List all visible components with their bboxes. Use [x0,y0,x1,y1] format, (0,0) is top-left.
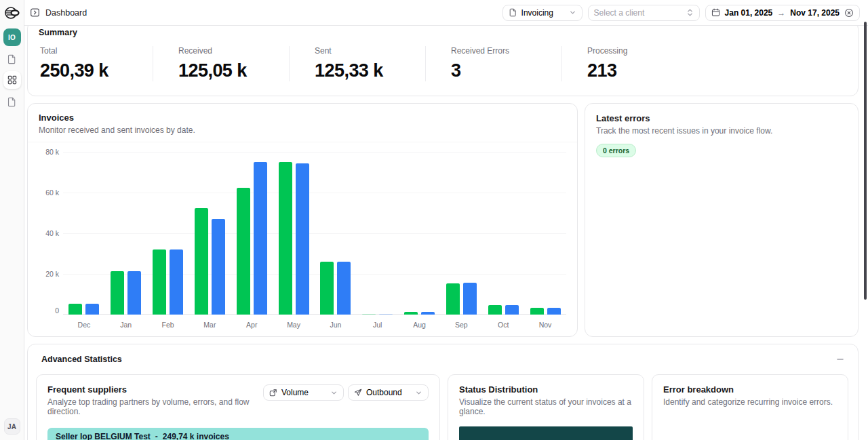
invoices-title: Invoices [39,113,566,123]
vertical-scrollbar[interactable] [864,22,867,300]
breadcrumb: Dashboard [45,8,87,18]
x-tick: Dec [68,321,100,329]
x-tick: Feb [153,321,184,329]
advanced-title: Advanced Statistics [41,355,122,364]
sent-bar [547,308,561,315]
error-count-badge: 0 errors [596,144,636,157]
status-distribution-bar[interactable] [459,426,633,440]
date-range-picker[interactable]: Jan 01, 2025 → Nov 17, 2025 [705,5,860,21]
status-distribution-card: Status Distribution Visualize the curren… [448,374,644,440]
frequent-suppliers-card: Frequent suppliers Analyze top trading p… [36,374,440,440]
chart-bar-groups [63,152,566,315]
main-content: Summary Total 250,39 k Received 125,05 k… [24,26,868,440]
received-bar [195,208,208,315]
direction-filter-select[interactable]: Outbound [348,384,429,401]
sent-bar [505,305,519,315]
bar-group [446,283,477,315]
supplier-separator: - [155,432,158,440]
clear-date-icon[interactable] [844,8,854,18]
chevron-down-icon [569,9,576,16]
sent-bar [379,314,393,315]
app-logo[interactable] [0,0,24,26]
x-tick: Nov [530,321,561,329]
arrow-right-icon: → [777,8,785,18]
bar-group [278,162,309,315]
metric-filter-value: Volume [281,388,326,397]
app-root: IO JA [0,0,868,440]
workflow-select[interactable]: Invoicing [502,5,583,21]
sent-bar [212,219,225,315]
collapse-section-button[interactable] [835,354,846,365]
error-breakdown-card: Error breakdown Identify and categorize … [652,374,848,440]
x-tick: Oct [488,321,519,329]
sent-bar [421,312,435,315]
x-tick: Jul [362,321,393,329]
received-bar [68,304,82,315]
send-icon [354,388,362,397]
stat-sent: Sent 125,33 k [289,46,425,81]
stat-value: 125,05 k [178,60,289,81]
x-tick: Aug [404,321,435,329]
status-distribution-title: Status Distribution [459,384,633,395]
sidebar-item-dashboard[interactable] [3,71,21,89]
chart-x-axis: DecJanFebMarAprMayJunJulAugSepOctNov [63,315,566,329]
client-select[interactable]: Select a client [588,5,700,21]
document-icon [7,54,17,64]
bar-group [111,271,142,315]
x-tick: Mar [194,321,225,329]
chevron-down-icon [415,389,422,397]
stat-value: 250,39 k [40,60,153,81]
sent-bar [337,262,351,315]
document-icon [7,97,17,107]
topbar: Dashboard Invoicing Select a cl [24,0,868,26]
client-select-placeholder: Select a client [594,8,645,18]
sidebar-item-documents[interactable] [7,97,17,107]
calendar-icon [711,8,720,17]
stat-value: 213 [587,60,858,81]
error-breakdown-title: Error breakdown [663,384,837,395]
bar-group [362,314,393,315]
chevron-down-icon [330,389,338,397]
metric-filter-select[interactable]: Volume [263,384,344,401]
x-tick: Apr [236,321,267,329]
x-tick: Jan [111,321,142,329]
volume-icon [269,388,277,397]
supplier-row[interactable]: Seller lop BELGIUM Test - 249,74 k invoi… [47,428,429,440]
bar-group [68,304,100,315]
summary-title: Summary [28,28,858,37]
sidebar-toggle-icon[interactable] [30,7,40,18]
frequent-suppliers-subtitle: Analyze top trading partners by volume, … [47,397,263,416]
bar-group [194,208,225,315]
received-bar [320,262,334,315]
workspace-avatar[interactable]: IO [3,28,21,46]
received-bar [362,314,376,315]
left-rail: IO JA [0,0,24,440]
received-bar [530,308,544,315]
sidebar-item-invoices[interactable] [7,54,17,64]
received-bar [153,249,166,315]
received-bar [488,305,502,315]
date-range-end: Nov 17, 2025 [790,8,840,18]
x-tick: May [278,321,309,329]
document-icon [509,8,517,17]
received-bar [404,312,418,315]
user-avatar[interactable]: JA [4,418,20,435]
latest-errors-subtitle: Track the most recent issues in your inv… [596,126,847,136]
minus-icon [836,355,844,363]
summary-card: Summary Total 250,39 k Received 125,05 k… [27,20,859,96]
sent-bar [127,271,141,315]
bar-group [320,262,351,315]
received-bar [111,271,124,315]
frequent-suppliers-title: Frequent suppliers [47,384,263,395]
stat-label: Received Errors [451,46,561,56]
sent-bar [463,283,477,315]
received-bar [279,162,292,315]
stat-total: Total 250,39 k [28,46,153,81]
stat-value: 3 [451,60,561,81]
advanced-statistics-card: Advanced Statistics Frequent suppliers A… [27,344,859,440]
supplier-volume: 249,74 k invoices [163,432,229,440]
logo-icon [4,5,20,20]
y-tick: 60 k [45,188,59,197]
sent-bar [85,304,99,315]
chart-plot-area [63,152,566,315]
